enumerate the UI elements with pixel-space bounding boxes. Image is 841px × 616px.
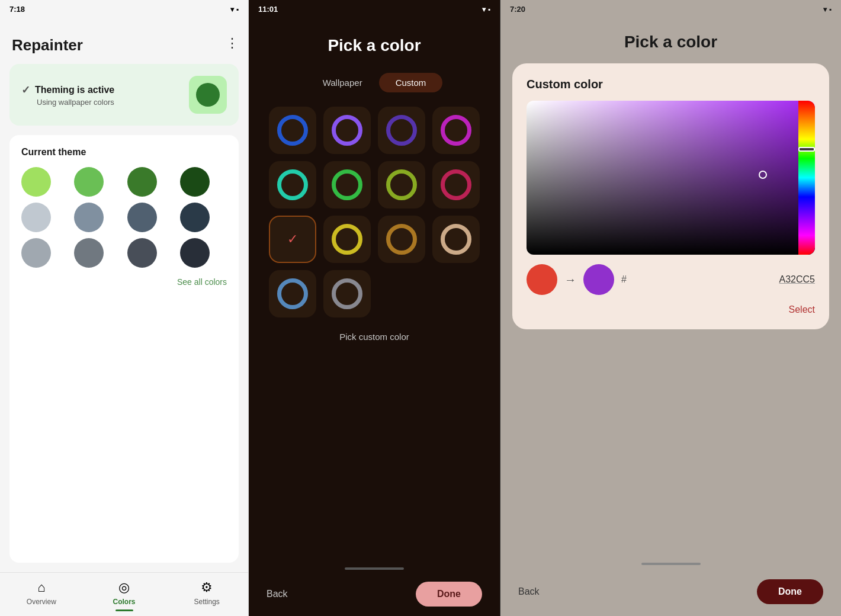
screen2-panel: 11:01 ▾ ▪ Pick a color Wallpaper Custom … — [249, 0, 500, 616]
color-dot[interactable] — [127, 238, 157, 268]
arrow-icon: → — [564, 273, 576, 287]
screen2-back-button[interactable]: Back — [267, 589, 288, 599]
gradient-dark — [527, 101, 815, 255]
screen2-status-icons: ▾ ▪ — [482, 5, 490, 14]
swatch-cell[interactable] — [432, 107, 480, 154]
screen3-status-icons: ▾ ▪ — [823, 5, 832, 14]
theming-card: ✓ Theming is active Using wallpaper colo… — [9, 64, 239, 126]
swatch-checkmark: ✓ — [287, 232, 298, 247]
swatch-ring — [332, 278, 362, 309]
swatch-cell[interactable] — [323, 270, 371, 317]
custom-color-card: Custom color → # A32CC5 Select — [512, 63, 829, 329]
swatch-ring — [386, 115, 417, 146]
tab-custom[interactable]: Custom — [379, 73, 443, 92]
see-all-colors[interactable]: See all colors — [21, 277, 227, 287]
theming-status-text: Theming is active — [35, 85, 114, 95]
pick-custom-label: Pick custom color — [339, 332, 409, 342]
screen3-battery-icon: ▪ — [829, 5, 832, 14]
color-dot[interactable] — [180, 167, 210, 197]
theming-status-row: ✓ Theming is active — [21, 84, 114, 97]
battery-icon: ▪ — [236, 5, 239, 14]
hue-thumb — [798, 147, 815, 152]
screen3-wifi-icon: ▾ — [823, 5, 827, 14]
color-dot[interactable] — [127, 203, 157, 232]
hash-symbol: # — [621, 274, 627, 285]
swatch-cell[interactable] — [323, 107, 371, 154]
swatch-cell[interactable] — [269, 161, 316, 208]
nav-item-settings[interactable]: ⚙ Settings — [165, 580, 248, 606]
swatch-ring — [441, 224, 471, 255]
menu-dots-icon[interactable]: ⋮ — [226, 36, 239, 51]
color-dot[interactable] — [21, 167, 51, 197]
screen3-home-indicator — [641, 563, 701, 565]
color-dot[interactable] — [74, 203, 104, 232]
hue-bar — [798, 101, 815, 255]
tab-row: Wallpaper Custom — [306, 73, 443, 92]
swatch-cell[interactable] — [432, 161, 480, 208]
screen1-status-bar: 7:18 ▾ ▪ — [0, 0, 248, 18]
color-dot[interactable] — [74, 238, 104, 268]
home-indicator — [345, 567, 404, 570]
color-dot[interactable] — [21, 238, 51, 268]
screen3-back-button[interactable]: Back — [518, 586, 540, 597]
to-color-circle — [583, 264, 614, 295]
screen2-title: Pick a color — [328, 36, 420, 55]
screen3-bottom: Back Done — [500, 567, 841, 616]
nav-item-colors[interactable]: ◎ Colors — [83, 580, 166, 611]
screen3-done-button[interactable]: Done — [757, 579, 823, 604]
swatch-cell[interactable] — [378, 216, 425, 263]
select-button[interactable]: Select — [527, 304, 815, 315]
app-title: Repainter — [0, 18, 248, 64]
swatch-cell[interactable] — [323, 161, 371, 208]
swatch-cell[interactable] — [378, 161, 425, 208]
screen3-panel: 7:20 ▾ ▪ Pick a color Custom color → # A… — [500, 0, 841, 616]
swatch-ring — [332, 224, 362, 255]
nav-label-overview: Overview — [27, 598, 56, 606]
color-dot[interactable] — [127, 167, 157, 197]
swatch-cell[interactable] — [432, 216, 480, 263]
screen2-time: 11:01 — [258, 5, 278, 14]
checkmark-icon: ✓ — [21, 84, 30, 97]
bottom-nav: ⌂ Overview ◎ Colors ⚙ Settings — [0, 572, 248, 616]
swatch-ring — [277, 115, 308, 146]
screen2-status-bar: 11:01 ▾ ▪ — [249, 0, 500, 18]
swatch-cell[interactable] — [269, 107, 316, 154]
current-theme-card: Current theme See all colors — [9, 135, 239, 563]
swatch-ring — [332, 169, 362, 200]
screen1-panel: 7:18 ▾ ▪ ⋮ Repainter ✓ Theming is active… — [0, 0, 249, 616]
nav-label-settings: Settings — [194, 598, 220, 606]
nav-label-colors: Colors — [113, 598, 136, 606]
screen3-title: Pick a color — [500, 33, 841, 52]
green-circle — [196, 83, 220, 107]
screen1-time: 7:18 — [9, 5, 25, 14]
color-dot[interactable] — [74, 167, 104, 197]
swatch-cell[interactable] — [323, 216, 371, 263]
color-dot[interactable] — [180, 238, 210, 268]
swatch-ring — [386, 224, 417, 255]
color-picker-area[interactable] — [527, 101, 815, 255]
hex-value[interactable]: A32CC5 — [779, 274, 815, 285]
settings-icon: ⚙ — [201, 580, 213, 595]
color-swatches-grid: ✓ — [269, 107, 480, 317]
screen3-status-bar: 7:20 ▾ ▪ — [500, 0, 841, 18]
screen2-done-button[interactable]: Done — [416, 582, 482, 607]
color-dot[interactable] — [21, 203, 51, 232]
theming-sub-text: Using wallpaper colors — [37, 98, 114, 107]
color-dot[interactable] — [180, 203, 210, 232]
current-theme-title: Current theme — [21, 147, 227, 158]
swatch-cell[interactable] — [378, 107, 425, 154]
hue-bar-container — [798, 101, 815, 255]
swatch-cell[interactable] — [269, 270, 316, 317]
picker-cursor — [759, 171, 767, 179]
theming-text: ✓ Theming is active Using wallpaper colo… — [21, 84, 114, 107]
nav-active-indicator — [115, 609, 133, 611]
nav-item-overview[interactable]: ⌂ Overview — [0, 580, 83, 606]
colors-icon: ◎ — [118, 580, 130, 595]
pick-custom-row[interactable]: Pick custom color — [339, 332, 409, 342]
swatch-cell[interactable]: ✓ — [269, 216, 316, 263]
swatch-ring — [277, 169, 308, 200]
tab-wallpaper[interactable]: Wallpaper — [306, 73, 379, 92]
swatch-ring — [386, 169, 417, 200]
swatch-ring — [441, 115, 471, 146]
screen1-status-icons: ▾ ▪ — [230, 5, 239, 14]
